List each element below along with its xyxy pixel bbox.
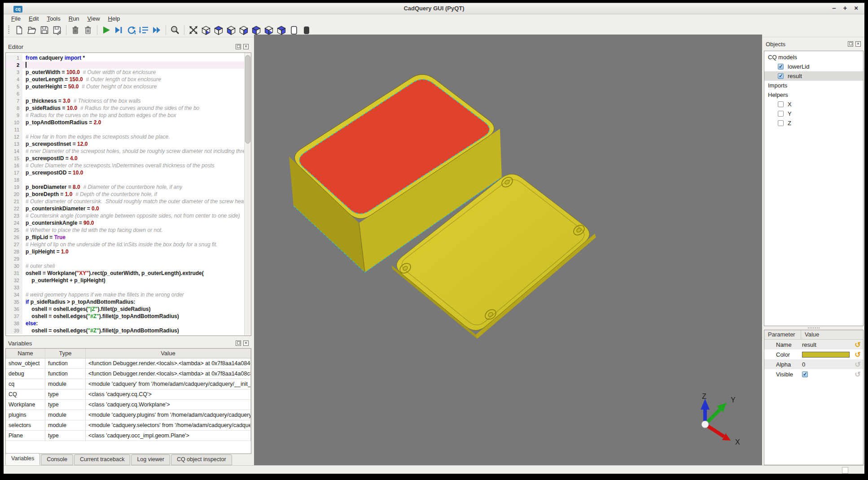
code-line[interactable]: 29 — [6, 255, 245, 262]
debug-script-icon[interactable] — [113, 24, 125, 36]
code-line[interactable]: 39 oshell = oshell.edges("#Z").fillet(p_… — [6, 327, 245, 334]
code-editor[interactable]: 1from cadquery import *23p_outerWidth = … — [5, 52, 251, 336]
continue-icon[interactable] — [150, 24, 163, 36]
checked-checkbox[interactable] — [778, 64, 784, 70]
panel-splitter[interactable] — [764, 326, 864, 330]
code-line[interactable]: 12# How far in from the edges the screwp… — [6, 133, 245, 140]
table-row[interactable]: debugfunction<function Debugger.render.<… — [6, 369, 251, 379]
menu-item-file[interactable]: File — [7, 14, 25, 23]
float-panel-icon[interactable] — [236, 340, 241, 346]
code-line[interactable]: 24p_countersinkAngle = 90.0 — [6, 219, 245, 227]
parameter-value[interactable]: result — [802, 341, 852, 348]
toolbar-drag-handle[interactable] — [8, 26, 9, 35]
table-row[interactable]: cqmodule<module 'cadquery' from '/home/a… — [6, 379, 251, 389]
parameter-value[interactable] — [802, 371, 852, 377]
table-row[interactable]: Planetype<class 'cadquery.occ_impl.geom.… — [6, 431, 251, 441]
code-line[interactable]: 23# Countersink angle (complete angle be… — [6, 212, 245, 219]
code-line[interactable]: 28p_lipHeight = 1.0 — [6, 248, 245, 255]
menu-item-tools[interactable]: Tools — [43, 14, 64, 23]
code-line[interactable]: 7p_thickness = 3.0 # Thickness of the bo… — [6, 97, 245, 105]
table-row[interactable]: pluginsmodule<module 'cadquery.plugins' … — [6, 410, 251, 420]
column-header[interactable]: Name — [6, 349, 45, 358]
column-header[interactable]: Type — [45, 349, 86, 358]
titlebar[interactable]: cq CadQuery GUI (PyQT) – + × — [4, 3, 864, 14]
view-left-icon[interactable] — [225, 24, 237, 36]
checked-checkbox[interactable] — [778, 73, 784, 79]
new-file-icon[interactable] — [13, 24, 26, 36]
undo-icon[interactable]: ↺ — [852, 340, 863, 349]
code-line[interactable]: 30# outer shell — [6, 262, 245, 270]
code-line[interactable]: 31oshell = Workplane("XY").rect(p_outerW… — [6, 270, 245, 277]
code-line[interactable]: 16# Outer Diameter of the screwposts.\nD… — [6, 162, 245, 169]
close-panel-icon[interactable]: × — [243, 340, 249, 346]
tree-item-result[interactable]: result — [764, 71, 863, 81]
tree-section-imports[interactable]: Imports — [764, 81, 863, 90]
menu-item-run[interactable]: Run — [65, 14, 83, 23]
close-button[interactable]: × — [854, 4, 858, 12]
unchecked-checkbox[interactable] — [778, 101, 784, 107]
code-line[interactable]: 4p_outerLength = 150.0 # Outer length of… — [6, 76, 245, 83]
unchecked-checkbox[interactable] — [778, 111, 784, 117]
maximize-button[interactable]: + — [843, 4, 847, 12]
save-icon[interactable] — [38, 24, 51, 36]
code-line[interactable]: 14# nner Diameter of the screwpost holes… — [6, 148, 245, 155]
column-header[interactable]: Value — [86, 349, 251, 358]
code-line[interactable]: 26p_flipLid = True — [6, 234, 245, 241]
minimize-button[interactable]: – — [832, 4, 836, 12]
undo-icon[interactable]: ↺ — [852, 370, 863, 379]
3d-scene[interactable]: Z Y X — [254, 35, 762, 465]
checked-checkbox[interactable] — [802, 371, 808, 377]
code-line[interactable]: 25# Whether to place the lid with the to… — [6, 227, 245, 234]
tree-item-y[interactable]: Y — [764, 109, 863, 118]
clear-console-icon[interactable] — [82, 24, 94, 36]
code-line[interactable]: 37 oshell = oshell.edges("#Z").fillet(p_… — [6, 313, 245, 320]
undo-icon[interactable]: ↺ — [852, 360, 863, 369]
view-front-icon[interactable] — [237, 24, 250, 36]
code-line[interactable]: 17p_screwpostOD = 10.0 — [6, 169, 245, 176]
code-line[interactable]: 2 — [6, 61, 245, 69]
run-script-icon[interactable] — [100, 24, 113, 36]
code-line[interactable]: 5p_outerHeight = 50.0 # Outer height of … — [6, 83, 245, 90]
code-line[interactable]: 36 oshell = oshell.edges("|Z").fillet(p_… — [6, 305, 245, 313]
code-line[interactable]: 33 — [6, 284, 245, 291]
menu-item-edit[interactable]: Edit — [25, 14, 43, 23]
restart-icon[interactable] — [125, 24, 138, 36]
tree-item-lowerlid[interactable]: lowerLid — [764, 62, 863, 71]
view-top-icon[interactable] — [212, 24, 225, 36]
save-as-icon[interactable] — [51, 24, 63, 36]
parameter-value[interactable]: 0 — [802, 361, 852, 368]
code-line[interactable]: 19p_boreDiameter = 8.0 # Diameter of the… — [6, 183, 245, 191]
tab-current-traceback[interactable]: Current traceback — [74, 454, 130, 465]
view-iso-icon[interactable] — [200, 24, 212, 36]
code-line[interactable]: 13p_screwpostInset = 12.0 — [6, 140, 245, 148]
parameter-value[interactable] — [802, 352, 852, 358]
code-line[interactable]: 8p_sideRadius = 10.0 # Radius for the cu… — [6, 105, 245, 112]
code-line[interactable]: 38else: — [6, 320, 245, 327]
color-swatch[interactable] — [802, 352, 850, 358]
code-line[interactable]: 3p_outerWidth = 100.0 # Outer width of b… — [6, 69, 245, 76]
3d-viewport[interactable]: Z Y X — [254, 35, 762, 465]
tab-cq-object-inspector[interactable]: CQ object inspector — [171, 454, 232, 465]
code-line[interactable]: 35if p_sideRadius > p_topAndBottomRadius… — [6, 298, 245, 305]
menu-item-view[interactable]: View — [83, 14, 104, 23]
code-line[interactable]: 18 — [6, 176, 245, 183]
close-panel-icon[interactable]: × — [243, 44, 249, 49]
code-line[interactable]: 15p_screwpostID = 4.0 — [6, 155, 245, 162]
float-panel-icon[interactable] — [848, 41, 853, 47]
code-line[interactable]: 27# Height of lip on the underside of th… — [6, 241, 245, 248]
tree-section-cq-models[interactable]: CQ models — [764, 52, 863, 62]
delete-object-icon[interactable] — [69, 24, 82, 36]
close-panel-icon[interactable]: × — [855, 41, 861, 47]
open-file-icon[interactable] — [26, 24, 38, 36]
zoom-search-icon[interactable] — [169, 24, 181, 36]
fit-view-icon[interactable] — [187, 24, 200, 36]
code-line[interactable]: 20p_boreDepth = 1.0 # Depth of the count… — [6, 191, 245, 198]
resize-grip[interactable] — [842, 467, 848, 474]
code-line[interactable]: 34# weird geometry happens if we make th… — [6, 291, 245, 298]
undo-icon[interactable]: ↺ — [852, 350, 863, 359]
table-row[interactable]: CQtype<class 'cadquery.cq.CQ'> — [6, 389, 251, 400]
tab-console[interactable]: Console — [41, 454, 73, 465]
code-line[interactable]: 32 p_outerHeight + p_lipHeight) — [6, 277, 245, 284]
tree-item-z[interactable]: Z — [764, 118, 863, 128]
unchecked-checkbox[interactable] — [778, 120, 784, 126]
